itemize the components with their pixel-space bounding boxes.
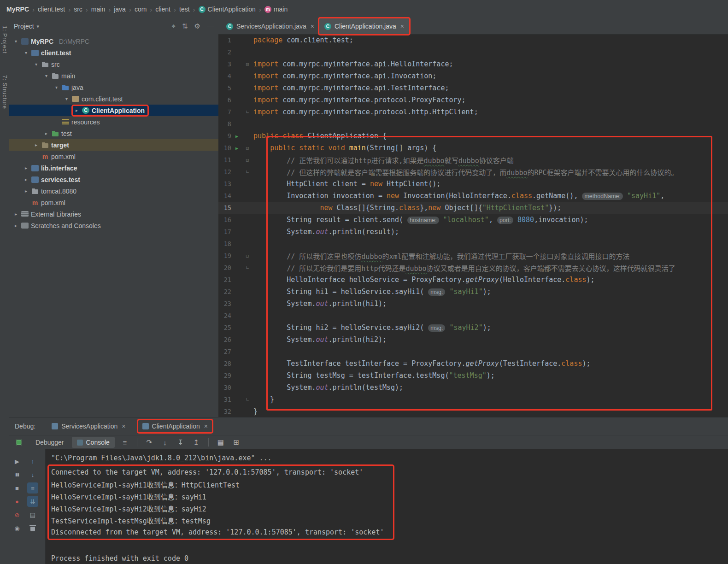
code-line[interactable]: 3⊟import com.myrpc.myinterface.api.Hello…: [218, 58, 728, 70]
chevron-down-icon[interactable]: ▾: [13, 39, 19, 44]
step-into-icon[interactable]: ↓: [159, 439, 170, 446]
tree-item-java[interactable]: ▾java: [9, 82, 218, 93]
breadcrumb-item-src[interactable]: src: [74, 6, 82, 13]
code-editor[interactable]: 1package com.client.test;23⊟import com.m…: [218, 34, 728, 417]
code-line[interactable]: 27: [218, 346, 728, 358]
print-icon[interactable]: ▤: [27, 509, 38, 520]
code-line[interactable]: 26 System.out.println(hi2);: [218, 334, 728, 346]
code-line[interactable]: 30 System.out.println(testMsg);: [218, 382, 728, 394]
console-output[interactable]: "C:\Program Files\Java\jdk1.8.0_212\bin\…: [46, 449, 728, 564]
breadcrumb-item-com[interactable]: com: [135, 6, 147, 13]
tree-item-services-test[interactable]: ▸services.test: [9, 174, 218, 185]
code-line[interactable]: 32}: [218, 405, 728, 417]
code-line[interactable]: 28 TestInterface testInterface = ProxyFa…: [218, 358, 728, 370]
fold-toggle-icon[interactable]: ∟: [242, 265, 252, 271]
breadcrumb-item-test[interactable]: test: [179, 6, 190, 13]
editor-tab-clientapplication-java[interactable]: CClientApplication.java×: [319, 18, 409, 34]
tree-item-target[interactable]: ▸target: [9, 139, 218, 151]
screenshot-icon[interactable]: ◉: [12, 523, 23, 534]
fold-toggle-icon[interactable]: ⊟: [242, 157, 252, 163]
code-line[interactable]: 12∟ // 但这样的弊端就是客户端需要根据服务端的协议进行代码变动了，而dub…: [218, 166, 728, 178]
chevron-down-icon[interactable]: ▾: [33, 62, 39, 67]
settings-icon[interactable]: ≡: [27, 482, 38, 493]
code-line[interactable]: 15 new Class[]{String.class},new Object[…: [218, 202, 728, 214]
code-line[interactable]: 4import com.myrpc.myinterface.api.Invoca…: [218, 70, 728, 82]
chevron-down-icon[interactable]: ▾: [64, 96, 70, 101]
breadcrumb-item-client[interactable]: client: [155, 6, 170, 13]
tree-item-clientapplication[interactable]: ▸CClientApplication: [9, 105, 218, 116]
code-line[interactable]: 19⊟ // 所以我们这里也模仿dubbo的xml配置和注解功能，我们通过代理工…: [218, 250, 728, 262]
menu-icon[interactable]: ≡: [119, 439, 130, 446]
chevron-right-icon[interactable]: ▸: [23, 165, 29, 170]
fold-toggle-icon[interactable]: ∟: [242, 109, 252, 115]
chevron-down-icon[interactable]: ▾: [43, 73, 49, 78]
breadcrumb-item-clientapplication[interactable]: CClientApplication: [199, 6, 256, 13]
chevron-down-icon[interactable]: ▾: [23, 50, 29, 55]
tree-item-myrpc[interactable]: ▾MyRPCD:\MyRPC: [9, 35, 218, 47]
tree-item-com-client-test[interactable]: ▾com.client.test: [9, 93, 218, 105]
breadcrumb-item-main[interactable]: mmain: [264, 6, 288, 13]
tree-item-src[interactable]: ▾src: [9, 59, 218, 70]
code-line[interactable]: 14 Invocation invocation = new Invocatio…: [218, 190, 728, 202]
tool-stripe-project[interactable]: 1: Project: [1, 26, 8, 54]
code-line[interactable]: 10▶⊟ public static void main(String[] ar…: [218, 142, 728, 154]
locate-file-icon[interactable]: ⌖: [172, 22, 176, 30]
tree-item-lib-interface[interactable]: ▸lib.interface: [9, 162, 218, 174]
close-icon[interactable]: ×: [122, 423, 125, 430]
fold-toggle-icon[interactable]: ∟: [242, 169, 252, 175]
code-line[interactable]: 9▶public class ClientApplication {: [218, 130, 728, 142]
fold-toggle-icon[interactable]: ⊟: [242, 253, 252, 259]
clear-console-icon[interactable]: [27, 523, 38, 534]
mute-breakpoints-icon[interactable]: ⊘: [12, 509, 23, 520]
tree-item-pom-xml[interactable]: mpom.xml: [9, 151, 218, 162]
fold-toggle-icon[interactable]: ∟: [242, 397, 252, 403]
code-line[interactable]: 5import com.myrpc.myinterface.api.TestIn…: [218, 82, 728, 94]
chevron-right-icon[interactable]: ▸: [74, 108, 80, 113]
restore-layout-icon[interactable]: ▦: [215, 438, 226, 446]
chevron-right-icon[interactable]: ▸: [13, 212, 19, 217]
close-icon[interactable]: ×: [204, 423, 208, 430]
step-up-icon[interactable]: ↑: [27, 456, 38, 467]
view-breakpoints-icon[interactable]: ●: [12, 496, 23, 507]
code-line[interactable]: 31∟ }: [218, 394, 728, 405]
breadcrumb-item-myrpc[interactable]: MyRPC: [6, 6, 29, 13]
breadcrumb-item-java[interactable]: java: [114, 6, 126, 13]
pin-tab-icon[interactable]: ⊞: [231, 438, 242, 446]
scroll-to-end-icon[interactable]: ⇊: [27, 496, 38, 507]
tool-stripe-structure[interactable]: 7: Structure: [1, 75, 8, 109]
editor-tab-servicesapplication-java[interactable]: CServicesApplication.java×: [221, 18, 319, 34]
close-icon[interactable]: ×: [311, 23, 314, 30]
force-step-into-icon[interactable]: ↧: [175, 438, 186, 446]
debug-session-tab-clientapplication[interactable]: ClientApplication×: [138, 420, 212, 432]
settings-gear-icon[interactable]: ⚙: [194, 22, 200, 30]
code-line[interactable]: 11⊟ // 正常我们可以通过http进行请求,如果是dubbo就写dubbo协…: [218, 154, 728, 166]
hide-panel-icon[interactable]: —: [207, 22, 214, 30]
tree-item-client-test[interactable]: ▾client.test: [9, 47, 218, 59]
code-line[interactable]: 18: [218, 238, 728, 250]
chevron-right-icon[interactable]: ▸: [23, 188, 29, 194]
step-out-icon[interactable]: ↥: [191, 438, 202, 446]
code-line[interactable]: 1package com.client.test;: [218, 34, 728, 46]
breadcrumb-item-client-test[interactable]: client.test: [38, 6, 65, 13]
chevron-right-icon[interactable]: ▸: [23, 177, 29, 182]
chevron-down-icon[interactable]: ▾: [53, 85, 59, 90]
step-over-icon[interactable]: ↷: [144, 438, 155, 446]
step-down-icon[interactable]: ↓: [27, 469, 38, 480]
fold-toggle-icon[interactable]: ⊟: [242, 61, 252, 67]
code-line[interactable]: 24: [218, 310, 728, 322]
code-line[interactable]: 7∟import com.myrpc.myinterface.protocol.…: [218, 106, 728, 118]
tab-debugger[interactable]: Debugger: [30, 437, 69, 448]
tree-item-main[interactable]: ▾main: [9, 70, 218, 82]
pause-icon[interactable]: ▮▮: [12, 469, 23, 480]
project-view-selector[interactable]: Project ▾: [14, 23, 39, 30]
resume-icon[interactable]: ▶: [12, 456, 23, 467]
code-line[interactable]: 16 String result = client.send( hostname…: [218, 214, 728, 226]
code-line[interactable]: 17 System.out.println(result);: [218, 226, 728, 238]
run-line-icon[interactable]: ▶: [231, 146, 242, 151]
fold-toggle-icon[interactable]: ⊟: [242, 145, 252, 151]
stop-icon[interactable]: ■: [12, 482, 23, 493]
debug-session-tab-servicesapplication[interactable]: ServicesApplication×: [47, 420, 129, 432]
tree-item-scratches-and-consoles[interactable]: ▸Scratches and Consoles: [9, 220, 218, 231]
tree-item-pom-xml[interactable]: mpom.xml: [9, 197, 218, 208]
code-line[interactable]: 22 String hi1 = helloService.sayHi1( msg…: [218, 286, 728, 298]
